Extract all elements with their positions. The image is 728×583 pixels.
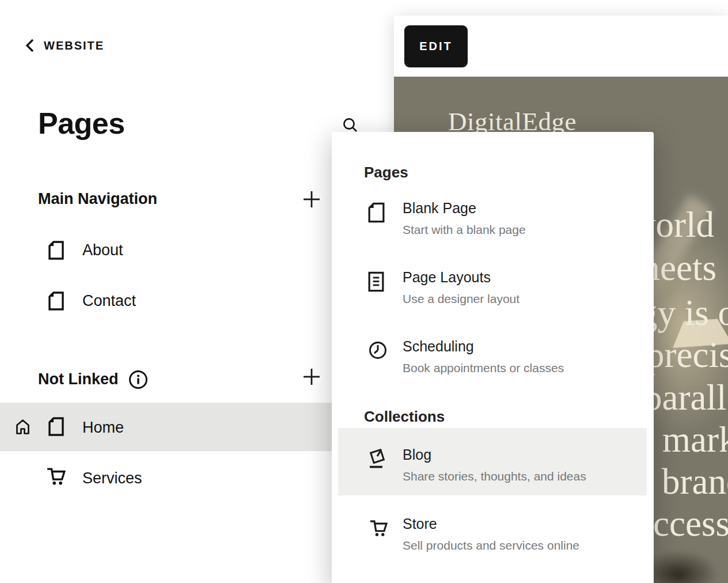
info-icon[interactable] xyxy=(128,369,149,390)
menu-item-scheduling[interactable]: Scheduling Book appointments or classes xyxy=(368,336,643,377)
cart-icon xyxy=(45,465,67,487)
add-page-popover: Pages Blank Page Start with a blank page… xyxy=(332,132,654,583)
page-icon xyxy=(48,241,64,260)
home-icon xyxy=(16,419,30,435)
sidebar-item-home[interactable]: Home xyxy=(82,419,124,437)
website-editor: WEBSITE Pages Main Navigation About Cont… xyxy=(0,0,728,583)
section-main-navigation: Main Navigation xyxy=(38,190,157,208)
back-to-website-button[interactable]: WEBSITE xyxy=(24,38,104,53)
preview-toolbar: EDIT xyxy=(394,16,728,77)
not-linked-label: Not Linked xyxy=(38,370,119,388)
menu-item-subtitle: Share stories, thoughts, and ideas xyxy=(403,468,586,485)
menu-item-subtitle: Use a designer layout xyxy=(403,290,520,308)
menu-item-title: Page Layouts xyxy=(403,267,520,287)
hero-text-line: brand xyxy=(662,458,728,505)
popover-section-pages: Pages xyxy=(364,162,408,182)
cart-icon xyxy=(368,518,389,554)
chevron-left-icon xyxy=(24,38,37,53)
blog-icon xyxy=(368,449,389,485)
sidebar-item-contact[interactable]: Contact xyxy=(82,292,136,310)
sidebar-item-about[interactable]: About xyxy=(82,241,123,259)
edit-button-label: EDIT xyxy=(419,40,453,53)
menu-item-title: Blog xyxy=(403,445,586,464)
hero-text-line: marketing xyxy=(662,416,728,463)
clock-icon xyxy=(368,340,389,377)
page-layouts-icon xyxy=(368,271,389,308)
page-icon xyxy=(48,417,64,436)
popover-section-collections: Collections xyxy=(364,407,445,426)
add-page-main-nav-button[interactable] xyxy=(301,188,323,210)
menu-item-page-layouts[interactable]: Page Layouts Use a designer layout xyxy=(368,267,643,308)
menu-item-title: Store xyxy=(403,514,579,533)
sidebar-item-services[interactable]: Services xyxy=(82,470,142,487)
page-icon xyxy=(48,292,64,311)
menu-item-title: Blank Page xyxy=(403,198,526,218)
menu-item-subtitle: Book appointments or classes xyxy=(403,359,564,377)
menu-item-blog[interactable]: Blog Share stories, thoughts, and ideas xyxy=(368,445,643,485)
back-label: WEBSITE xyxy=(44,39,104,52)
menu-item-store[interactable]: Store Sell products and services online xyxy=(368,514,643,554)
edit-button[interactable]: EDIT xyxy=(404,25,468,67)
add-page-not-linked-button[interactable] xyxy=(301,366,323,388)
menu-item-subtitle: Sell products and services online xyxy=(403,537,579,554)
menu-item-blank-page[interactable]: Blank Page Start with a blank page xyxy=(368,198,643,238)
menu-item-title: Scheduling xyxy=(403,336,564,356)
sidebar-title: Pages xyxy=(38,106,125,141)
blank-page-icon xyxy=(368,202,389,238)
main-navigation-label: Main Navigation xyxy=(38,190,157,208)
hero-text-line: parallel xyxy=(644,374,728,421)
menu-item-subtitle: Start with a blank page xyxy=(403,221,526,238)
section-not-linked: Not Linked xyxy=(38,368,149,390)
hero-text-line: precision xyxy=(646,331,728,378)
